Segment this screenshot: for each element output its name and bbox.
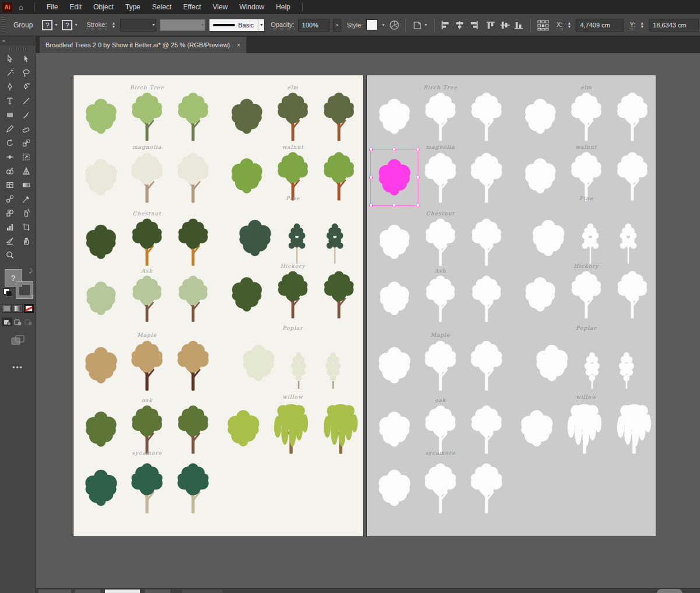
oak-tree-2[interactable] xyxy=(125,404,169,455)
y-stepper[interactable]: ▲▼ xyxy=(639,22,645,29)
align-left-icon[interactable] xyxy=(440,20,451,30)
slice-tool[interactable] xyxy=(2,234,18,248)
hickory-tree-3[interactable] xyxy=(611,270,654,319)
paint-none-button[interactable] xyxy=(24,304,34,313)
hickory-tree-2[interactable] xyxy=(565,270,608,319)
oak-tree-1[interactable] xyxy=(79,404,123,455)
align-center-icon[interactable] xyxy=(454,20,465,30)
elm-tree-3[interactable] xyxy=(611,92,654,142)
magnolia-tree-1[interactable] xyxy=(79,151,123,204)
column-graph-tool[interactable] xyxy=(2,220,18,234)
walnut-tree-3[interactable] xyxy=(611,151,654,201)
pine-tree-3[interactable] xyxy=(611,203,646,264)
x-stepper[interactable]: ▲▼ xyxy=(566,22,573,29)
default-fill-stroke-icon[interactable] xyxy=(4,288,10,295)
eyedropper-tool[interactable] xyxy=(18,192,34,206)
ash-tree-1[interactable] xyxy=(373,275,416,323)
chevron-down-icon[interactable]: ▾ xyxy=(424,22,428,27)
poplar-tree-3[interactable] xyxy=(317,332,349,389)
fill-unknown-swatch[interactable]: ? xyxy=(42,20,52,30)
statusbar-segment[interactable] xyxy=(182,589,223,593)
oak-tree-3[interactable] xyxy=(172,404,215,455)
horizontal-scrollbar-thumb[interactable] xyxy=(657,589,682,593)
direct-selection-tool[interactable] xyxy=(18,52,34,66)
chestnut-tree-3[interactable] xyxy=(465,218,508,267)
birch-tree-1[interactable] xyxy=(79,92,123,142)
hickory-tree-1[interactable] xyxy=(225,270,268,319)
elm-tree-1[interactable] xyxy=(225,92,268,142)
magnolia-tree-2[interactable] xyxy=(419,151,462,204)
statusbar-segment[interactable] xyxy=(145,589,170,593)
chevron-down-icon[interactable]: ▾ xyxy=(258,19,264,31)
align-top-icon[interactable] xyxy=(486,20,496,30)
draw-inside-icon[interactable] xyxy=(23,318,33,326)
document-setup-icon[interactable]: ▾ xyxy=(412,20,428,30)
sycamore-tree-2[interactable] xyxy=(419,457,462,514)
statusbar-segment[interactable] xyxy=(105,589,140,593)
menu-type[interactable]: Type xyxy=(120,0,146,14)
birch-tree-3[interactable] xyxy=(172,92,215,142)
align-middle-icon[interactable] xyxy=(500,20,510,30)
pen-tool[interactable] xyxy=(2,80,18,94)
elm-tree-3[interactable] xyxy=(317,92,360,142)
recolor-artwork-icon[interactable] xyxy=(389,20,400,30)
lasso-tool[interactable] xyxy=(18,66,34,80)
hickory-tree-3[interactable] xyxy=(317,270,360,319)
birch-tree-2[interactable] xyxy=(125,92,169,142)
artboard-tool[interactable] xyxy=(18,220,34,234)
x-coordinate-field[interactable]: 4,7409 cm xyxy=(576,19,624,32)
graphic-style-swatch[interactable] xyxy=(366,19,377,30)
panel-grip[interactable] xyxy=(1,18,5,33)
type-tool[interactable] xyxy=(2,94,18,108)
sycamore-tree-3[interactable] xyxy=(172,457,215,514)
sycamore-tree-2[interactable] xyxy=(125,457,169,514)
magnolia-tree-3[interactable] xyxy=(465,151,508,204)
selection-handle[interactable] xyxy=(393,204,396,207)
free-transform-tool[interactable] xyxy=(18,150,34,164)
willow-tree-3[interactable] xyxy=(317,401,364,455)
sycamore-tree-1[interactable] xyxy=(79,457,123,514)
birch-tree-1[interactable] xyxy=(373,92,416,142)
oak-tree-1[interactable] xyxy=(373,404,416,455)
statusbar-segment[interactable] xyxy=(75,589,100,593)
width-tool[interactable] xyxy=(2,150,18,164)
elm-tree-2[interactable] xyxy=(565,92,608,142)
opacity-panel-button[interactable]: > xyxy=(333,19,341,32)
walnut-tree-2[interactable] xyxy=(565,151,608,201)
mesh-tool[interactable] xyxy=(2,178,18,192)
maple-tree-2[interactable] xyxy=(125,339,169,392)
paintbrush-tool[interactable] xyxy=(18,108,34,122)
oak-tree-2[interactable] xyxy=(419,404,462,455)
elm-tree-2[interactable] xyxy=(271,92,314,142)
willow-tree-3[interactable] xyxy=(611,401,657,455)
align-bottom-icon[interactable] xyxy=(514,20,524,30)
opacity-label[interactable]: Opacity: xyxy=(271,21,294,29)
elm-tree-1[interactable] xyxy=(519,92,562,142)
draw-behind-icon[interactable] xyxy=(13,318,23,326)
chestnut-tree-3[interactable] xyxy=(172,218,215,267)
y-coordinate-field[interactable]: 18,6343 cm xyxy=(649,19,699,32)
paint-color-button[interactable] xyxy=(2,304,12,313)
birch-tree-2[interactable] xyxy=(419,92,462,142)
oak-tree-3[interactable] xyxy=(465,404,508,455)
walnut-tree-2[interactable] xyxy=(271,151,314,201)
magic-wand-tool[interactable] xyxy=(2,66,18,80)
poplar-tree-1[interactable] xyxy=(237,332,280,389)
selection-handle[interactable] xyxy=(416,204,419,207)
sycamore-tree-1[interactable] xyxy=(373,457,416,514)
brush-definition-dropdown[interactable]: Basic ▾ xyxy=(209,19,265,32)
ash-tree-2[interactable] xyxy=(125,275,169,323)
menu-file[interactable]: File xyxy=(41,0,64,14)
poplar-tree-2[interactable] xyxy=(283,332,314,389)
willow-tree-2[interactable] xyxy=(268,401,314,455)
chestnut-tree-2[interactable] xyxy=(125,218,169,267)
stroke-swatch-button[interactable]: ? ▾ xyxy=(62,20,78,30)
close-tab-icon[interactable]: × xyxy=(237,42,240,48)
hickory-tree-2[interactable] xyxy=(271,270,314,319)
perspective-grid-tool[interactable] xyxy=(18,164,34,178)
menu-view[interactable]: View xyxy=(207,0,234,14)
eraser-tool[interactable] xyxy=(18,122,34,136)
poplar-tree-1[interactable] xyxy=(530,332,573,389)
menu-window[interactable]: Window xyxy=(233,0,270,14)
ash-tree-3[interactable] xyxy=(172,275,215,323)
